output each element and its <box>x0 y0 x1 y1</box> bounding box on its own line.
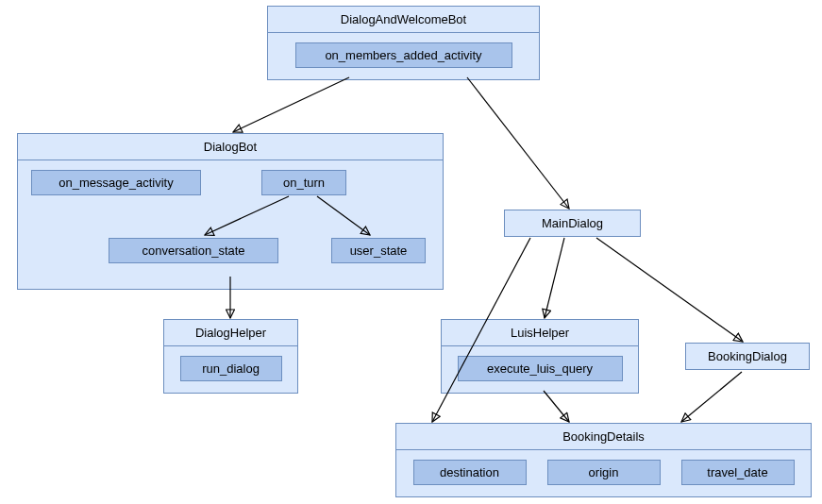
node-compartment: execute_luis_query <box>442 346 638 393</box>
member-run-dialog: run_dialog <box>180 356 282 381</box>
node-dialog-and-welcome-bot: DialogAndWelcomeBot on_members_added_act… <box>267 6 540 80</box>
node-title: LuisHelper <box>442 320 638 346</box>
edge-maindialog-to-luishelper <box>545 238 564 318</box>
node-title: DialogHelper <box>164 320 297 346</box>
node-title: DialogAndWelcomeBot <box>268 7 539 33</box>
node-booking-details: BookingDetails destination origin travel… <box>395 423 812 497</box>
node-dialog-bot: DialogBot on_message_activity on_turn co… <box>17 133 444 290</box>
node-compartment: destination origin travel_date <box>396 450 811 496</box>
member-origin: origin <box>547 460 661 485</box>
node-compartment: on_message_activity on_turn conversation… <box>18 160 443 289</box>
edge-luishelper-to-bookingdetails <box>544 391 569 422</box>
member-travel-date: travel_date <box>681 460 795 485</box>
edge-dawb-to-maindialog <box>467 77 569 209</box>
node-dialog-helper: DialogHelper run_dialog <box>163 319 298 394</box>
node-compartment: run_dialog <box>164 346 297 393</box>
node-luis-helper: LuisHelper execute_luis_query <box>441 319 639 394</box>
edge-bookingdialog-to-bookingdetails <box>681 372 742 422</box>
node-main-dialog: MainDialog <box>504 210 641 237</box>
node-title: BookingDialog <box>686 344 809 369</box>
node-title: MainDialog <box>505 210 640 236</box>
node-title: DialogBot <box>18 134 443 160</box>
member-destination: destination <box>413 460 527 485</box>
edge-dawb-to-dialogbot <box>233 77 349 132</box>
member-execute-luis-query: execute_luis_query <box>458 356 623 381</box>
node-booking-dialog: BookingDialog <box>685 343 810 370</box>
node-compartment: on_members_added_activity <box>268 33 539 79</box>
member-user-state: user_state <box>331 238 426 263</box>
member-conversation-state: conversation_state <box>109 238 278 263</box>
member-on-message-activity: on_message_activity <box>31 170 201 195</box>
node-title: BookingDetails <box>396 424 811 450</box>
member-on-members-added-activity: on_members_added_activity <box>295 42 512 68</box>
member-on-turn: on_turn <box>261 170 346 195</box>
